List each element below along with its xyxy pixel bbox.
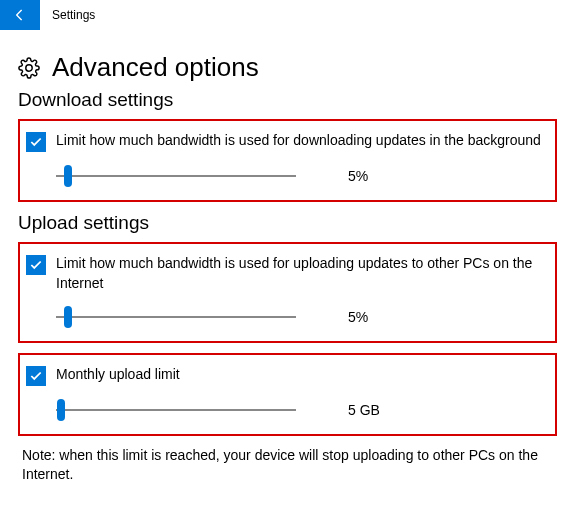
monthly-limit-slider-row: 5 GB [56, 400, 541, 420]
download-limit-checkbox[interactable] [26, 132, 46, 152]
upload-limit-label: Limit how much bandwidth is used for upl… [56, 254, 541, 293]
slider-track [56, 316, 296, 318]
download-limit-label: Limit how much bandwidth is used for dow… [56, 131, 541, 151]
upload-limit-row: Limit how much bandwidth is used for upl… [26, 254, 541, 293]
monthly-limit-label: Monthly upload limit [56, 365, 180, 385]
download-limit-group: Limit how much bandwidth is used for dow… [18, 119, 557, 202]
back-button[interactable] [0, 0, 40, 30]
slider-thumb[interactable] [57, 399, 65, 421]
monthly-limit-slider[interactable] [56, 400, 296, 420]
slider-track [56, 409, 296, 411]
monthly-limit-value: 5 GB [348, 402, 380, 418]
monthly-limit-checkbox[interactable] [26, 366, 46, 386]
upload-limit-checkbox[interactable] [26, 255, 46, 275]
page-title: Advanced options [52, 52, 259, 83]
app-title: Settings [52, 8, 95, 22]
page-header: Advanced options [18, 52, 557, 83]
upload-limit-group: Limit how much bandwidth is used for upl… [18, 242, 557, 343]
arrow-left-icon [12, 7, 28, 23]
upload-limit-slider[interactable] [56, 307, 296, 327]
note-text: Note: when this limit is reached, your d… [18, 446, 557, 484]
upload-heading: Upload settings [18, 212, 557, 234]
download-limit-slider[interactable] [56, 166, 296, 186]
download-limit-row: Limit how much bandwidth is used for dow… [26, 131, 541, 152]
monthly-limit-row: Monthly upload limit [26, 365, 541, 386]
gear-icon [18, 57, 40, 79]
upload-limit-slider-row: 5% [56, 307, 541, 327]
check-icon [29, 258, 43, 272]
content: Advanced options Download settings Limit… [0, 30, 575, 484]
slider-thumb[interactable] [64, 165, 72, 187]
slider-track [56, 175, 296, 177]
check-icon [29, 135, 43, 149]
slider-thumb[interactable] [64, 306, 72, 328]
download-heading: Download settings [18, 89, 557, 111]
check-icon [29, 369, 43, 383]
download-limit-value: 5% [348, 168, 368, 184]
monthly-limit-group: Monthly upload limit 5 GB [18, 353, 557, 436]
download-limit-slider-row: 5% [56, 166, 541, 186]
upload-limit-value: 5% [348, 309, 368, 325]
titlebar: Settings [0, 0, 575, 30]
